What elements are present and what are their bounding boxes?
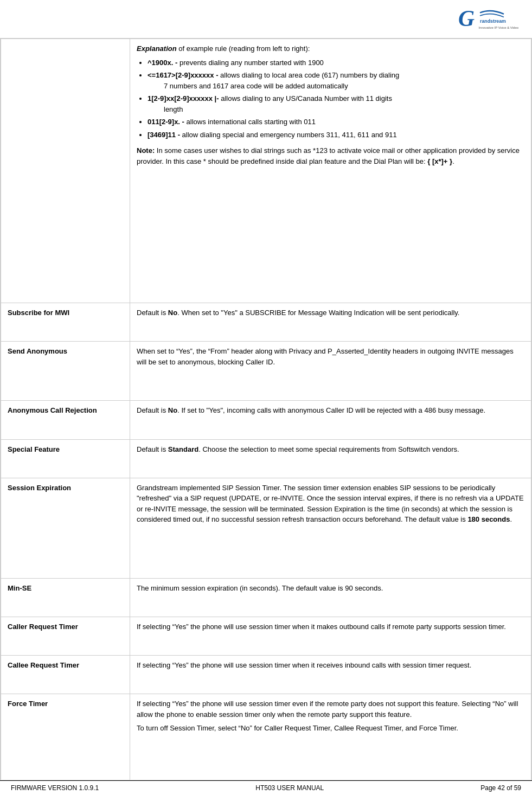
force-timer-para2: To turn off Session Timer, select “No” f…: [137, 723, 524, 734]
force-timer-content: If selecting “Yes” the phone will use se…: [130, 694, 531, 780]
footer-manual: HT503 USER MANUAL: [255, 784, 324, 792]
bullet-item-5: [3469]11 - allow dialing special and eme…: [148, 130, 524, 140]
explanation-bold-italic: Explanation: [137, 44, 177, 53]
note-paragraph: Note: In some cases user wishes to dial …: [137, 145, 524, 166]
se-default: 180 seconds: [467, 515, 510, 523]
grandstream-logo: G randstream Innovative IP Voice & Video: [456, 5, 521, 35]
acr-no: No: [168, 406, 177, 414]
page-header: G randstream Innovative IP Voice & Video: [0, 0, 532, 39]
force-timer-label: Force Timer: [1, 694, 130, 780]
min-se-content: The minimum session expiration (in secon…: [130, 578, 531, 617]
caller-request-timer-content: If selecting “Yes” the phone will use se…: [130, 617, 531, 655]
explanation-row: Explanation of example rule (reading fro…: [1, 39, 531, 303]
anonymous-call-rejection-label: Anonymous Call Rejection: [1, 401, 130, 439]
page-wrapper: G randstream Innovative IP Voice & Video…: [0, 0, 532, 795]
bullet-3-bold: 1[2-9]xx[2-9]xxxxxx |-: [148, 94, 219, 102]
min-se-row: Min-SE The minimum session expiration (i…: [1, 578, 531, 617]
session-expiration-content: Grandstream implemented SIP Session Time…: [130, 478, 531, 578]
svg-text:randstream: randstream: [480, 18, 506, 24]
subscribe-mwi-row: Subscribe for MWI Default is No. When se…: [1, 303, 531, 342]
force-timer-row: Force Timer If selecting “Yes” the phone…: [1, 694, 531, 780]
sf-standard: Standard: [168, 445, 198, 453]
explanation-content-cell: Explanation of example rule (reading fro…: [130, 39, 531, 303]
anonymous-call-rejection-row: Anonymous Call Rejection Default is No. …: [1, 401, 531, 439]
svg-text:G: G: [458, 6, 475, 31]
subscribe-mwi-content: Default is No. When set to "Yes" a SUBSC…: [130, 303, 531, 342]
bullet-item-3: 1[2-9]xx[2-9]xxxxxx |- allows dialing to…: [148, 93, 524, 114]
force-timer-para1: If selecting “Yes” the phone will use se…: [137, 698, 524, 720]
callee-request-timer-label: Callee Request Timer: [1, 656, 130, 694]
send-anonymous-label: Send Anonymous: [1, 342, 130, 401]
special-feature-label: Special Feature: [1, 439, 130, 478]
explanation-label-cell: [1, 39, 130, 303]
logo-area: G randstream Innovative IP Voice & Video: [456, 5, 521, 35]
bullet-1-bold: ^1900x. -: [148, 59, 177, 67]
special-feature-content: Default is Standard. Choose the selectio…: [130, 439, 531, 478]
min-se-label: Min-SE: [1, 578, 130, 617]
bullet-item-4: 011[2-9]x. - allows international calls …: [148, 117, 524, 127]
anonymous-call-rejection-content: Default is No. If set to "Yes", incoming…: [130, 401, 531, 439]
bullet-list: ^1900x. - prevents dialing any number st…: [148, 57, 524, 140]
svg-text:Innovative IP Voice & Video: Innovative IP Voice & Video: [479, 26, 519, 29]
main-content-table: Explanation of example rule (reading fro…: [1, 39, 531, 780]
subscribe-mwi-label: Subscribe for MWI: [1, 303, 130, 342]
bullet-3-indent: length: [164, 104, 524, 115]
caller-request-timer-row: Caller Request Timer If selecting “Yes” …: [1, 617, 531, 655]
session-expiration-row: Session Expiration Grandstream implement…: [1, 478, 531, 578]
footer-page: Page 42 of 59: [480, 784, 521, 792]
bullet-5-bold: [3469]11 -: [148, 131, 180, 139]
subscribe-mwi-no: No: [168, 309, 177, 317]
dial-plan-value: { [x*]+ }: [427, 157, 452, 165]
session-expiration-label: Session Expiration: [1, 478, 130, 578]
footer-firmware: FIRMWARE VERSION 1.0.9.1: [11, 784, 99, 792]
bullet-2-bold: <=1617>[2-9]xxxxxx -: [148, 71, 218, 79]
note-bold: Note:: [137, 146, 155, 155]
bullet-4-bold: 011[2-9]x. -: [148, 118, 184, 126]
bullet-2-indent: 7 numbers and 1617 area code will be add…: [164, 81, 524, 92]
content-area: Explanation of example rule (reading fro…: [0, 39, 532, 780]
send-anonymous-row: Send Anonymous When set to “Yes”, the “F…: [1, 342, 531, 401]
bullet-item-1: ^1900x. - prevents dialing any number st…: [148, 57, 524, 68]
page-footer: FIRMWARE VERSION 1.0.9.1 HT503 USER MANU…: [0, 780, 532, 795]
send-anonymous-content: When set to “Yes”, the “From” header alo…: [130, 342, 531, 401]
explanation-intro: Explanation of example rule (reading fro…: [137, 43, 524, 54]
special-feature-row: Special Feature Default is Standard. Cho…: [1, 439, 531, 478]
bullet-item-2: <=1617>[2-9]xxxxxx - allows dialing to l…: [148, 70, 524, 91]
callee-request-timer-row: Callee Request Timer If selecting “Yes” …: [1, 656, 531, 694]
explanation-intro-rest: of example rule (reading from left to ri…: [177, 44, 310, 53]
caller-request-timer-label: Caller Request Timer: [1, 617, 130, 655]
callee-request-timer-content: If selecting “Yes” the phone will use se…: [130, 656, 531, 694]
